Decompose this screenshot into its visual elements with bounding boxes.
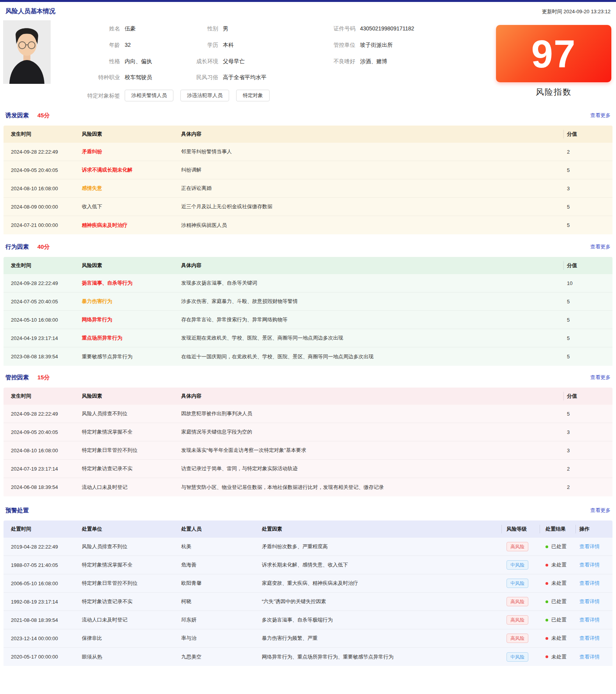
status-dot-icon xyxy=(545,564,548,567)
result-text: 未处置 xyxy=(551,635,567,642)
cell-time: 1988-07-05 21:40:05 xyxy=(11,556,58,574)
control-factors-table: 发生时间风险因素具体内容分值2024-09-28 22:22:49风险人员排查不… xyxy=(4,388,612,496)
gender-value: 男 xyxy=(223,24,228,33)
cell-score: 5 xyxy=(567,405,570,423)
status-dot-icon xyxy=(545,582,548,585)
column-divider xyxy=(540,525,540,533)
cell-time: 2024-08-09 00:00:00 xyxy=(11,198,58,216)
control-unit-value: 坡子街派出所 xyxy=(360,41,393,49)
page-title: 风险人员基本情况 xyxy=(5,7,55,16)
view-more-link[interactable]: 查看更多 xyxy=(590,507,611,514)
section-behavior-factors: 行为因素40分 查看更多 发生时间风险因素具体内容分值2024-09-28 22… xyxy=(4,234,612,366)
view-more-link[interactable]: 查看更多 xyxy=(590,374,611,381)
risk-level-badge: 高风险 xyxy=(507,634,528,643)
cell-unit: 风险人员排查不到位 xyxy=(82,538,127,556)
cell-content: 存在异常言论、异常搜索行为、异常网络购物等 xyxy=(181,311,288,329)
section-control-factors: 管控因素15分 查看更多 发生时间风险因素具体内容分值2024-09-28 22… xyxy=(4,366,612,496)
column-header: 处置因素 xyxy=(262,520,282,538)
cell-person: 率与治 xyxy=(181,629,196,647)
cell-unit: 保律非比 xyxy=(82,629,102,647)
table-header-row: 发生时间风险因素具体内容分值 xyxy=(4,126,612,143)
cell-time: 2024-09-28 22:22:49 xyxy=(11,143,58,161)
table-row: 2023-12-14 00:00:00保律非比率与治暴力伤害行为频繁、严重高风险… xyxy=(4,629,612,648)
education-label: 学历 xyxy=(139,41,218,49)
cell-score: 5 xyxy=(567,292,570,310)
view-detail-link[interactable]: 查看详情 xyxy=(579,561,600,568)
view-more-link[interactable]: 查看更多 xyxy=(590,243,611,250)
cell-result: 已处置 xyxy=(545,538,567,556)
column-header: 处置结果 xyxy=(545,520,566,538)
cell-action: 查看详情 xyxy=(579,611,600,629)
result-text: 已处置 xyxy=(551,598,567,605)
column-divider xyxy=(575,525,576,533)
cell-time: 2006-05-10 16:08:00 xyxy=(11,574,58,592)
cell-factor: “六失”诱因中的关键失控因素 xyxy=(262,593,326,611)
section-header-left: 预警处置 xyxy=(5,507,29,514)
view-detail-link[interactable]: 查看详情 xyxy=(579,653,600,660)
view-detail-link[interactable]: 查看详情 xyxy=(579,598,600,605)
profile-row-4: 特种职业 校车驾驶员 民风习俗 高于全省平均水平 xyxy=(3,73,494,81)
table-row: 2024-05-10 16:08:00网络异常行为存在异常言论、异常搜索行为、异… xyxy=(4,311,612,329)
cell-content: 涉精神疾病就医人员 xyxy=(181,216,227,234)
view-detail-link[interactable]: 查看详情 xyxy=(579,616,600,623)
cell-score: 5 xyxy=(567,311,570,329)
view-detail-link[interactable]: 查看详情 xyxy=(579,543,600,550)
cell-unit: 流动人口未及时登记 xyxy=(82,611,127,629)
section-title: 预警处置 xyxy=(5,507,29,513)
column-header: 发生时间 xyxy=(11,257,31,274)
cell-score: 2 xyxy=(567,478,570,496)
cell-content: 访查记录过于简单、雷同，与特定对象实际活动轨迹 xyxy=(181,460,298,478)
cell-score: 3 xyxy=(567,179,570,197)
cell-factor: 家庭变故、重大疾病、精神疾病未及时治疗 xyxy=(262,574,358,592)
cell-content: 邻里等纠纷警情当事人 xyxy=(181,143,232,161)
cell-action: 查看详情 xyxy=(579,648,600,666)
cell-time: 2024-08-10 16:08:00 xyxy=(11,179,58,197)
table-row: 2024-09-05 20:40:05诉求不满或长期未化解纠纷调解5 xyxy=(4,161,612,179)
section-header-left: 行为因素40分 xyxy=(5,243,50,251)
inducing-factors-table: 发生时间风险因素具体内容分值2024-09-28 22:22:49矛盾纠纷邻里等… xyxy=(4,126,612,234)
table-row: 2023-08-08 18:39:54重要敏感节点异常行为在临近十一国庆期间，在… xyxy=(4,347,612,366)
section-inducing-factors: 诱发因素45分 查看更多 发生时间风险因素具体内容分值2024-09-28 22… xyxy=(4,106,612,234)
cell-time: 2021-08-08 18:39:54 xyxy=(11,611,58,629)
cell-time: 2024-07-19 23:17:14 xyxy=(11,460,58,478)
view-detail-link[interactable]: 查看详情 xyxy=(579,580,600,587)
table-row: 2024-09-05 20:40:05特定对象情况掌握不全家庭情况等关键信息字段… xyxy=(4,423,612,441)
bad-habits-value: 涉酒、赌博 xyxy=(360,57,387,66)
age-label: 年龄 xyxy=(34,41,120,49)
column-header: 风险因素 xyxy=(82,388,102,405)
cell-risk-factor: 暴力伤害行为 xyxy=(82,292,112,310)
section-header: 行为因素40分 查看更多 xyxy=(4,243,612,251)
cell-score: 2 xyxy=(567,460,570,478)
customs-value: 高于全省平均水平 xyxy=(223,73,267,81)
cell-content: 发现多次扬言滋事、自杀等关键词 xyxy=(181,274,257,292)
cell-action: 查看详情 xyxy=(579,593,600,611)
upbringing-value: 父母早亡 xyxy=(223,57,245,66)
cell-risk-factor: 特定对象情况掌握不全 xyxy=(82,423,132,441)
control-unit-label: 管控单位 xyxy=(277,41,355,49)
education-value: 本科 xyxy=(223,41,234,49)
risk-score-card: 97 xyxy=(496,25,611,82)
cell-factor: 诉求长期未化解、感情失意、收入低下 xyxy=(262,556,348,574)
special-tags-row: 特定对象标签 涉相关警情人员 涉违法犯罪人员 特定对象 xyxy=(3,90,494,101)
cell-risk-factor: 矛盾纠纷 xyxy=(82,143,102,161)
table-row: 1988-07-05 21:40:05特定对象情况掌握不全危海善诉求长期未化解、… xyxy=(4,556,612,574)
table-row: 2024-09-28 22:22:49扬言滋事、自杀等行为发现多次扬言滋事、自杀… xyxy=(4,274,612,292)
cell-risk-factor: 风险人员排查不到位 xyxy=(82,405,127,423)
cell-time: 2024-07-05 20:40:05 xyxy=(11,292,58,310)
view-more-link[interactable]: 查看更多 xyxy=(590,112,611,119)
cell-time: 2020-05-17 00:00:00 xyxy=(11,648,58,666)
personality-label: 性格 xyxy=(34,57,120,66)
view-detail-link[interactable]: 查看详情 xyxy=(579,635,600,642)
result-text: 已处置 xyxy=(551,616,567,623)
cell-unit: 眼须从热 xyxy=(82,648,102,666)
cell-time: 1992-08-19 23:17:14 xyxy=(11,593,58,611)
section-header: 预警处置 查看更多 xyxy=(4,506,612,514)
risk-level-badge: 高风险 xyxy=(507,542,528,551)
cell-score: 5 xyxy=(567,347,570,366)
cell-risk-level: 中风险 xyxy=(507,648,528,666)
column-header: 分值 xyxy=(567,388,577,405)
table-row: 2024-07-21 00:00:00精神疾病未及时治疗涉精神疾病就医人员5 xyxy=(4,216,612,234)
result-text: 未处置 xyxy=(551,561,567,568)
cell-score: 5 xyxy=(567,161,570,179)
cell-content: 纠纷调解 xyxy=(181,161,201,179)
